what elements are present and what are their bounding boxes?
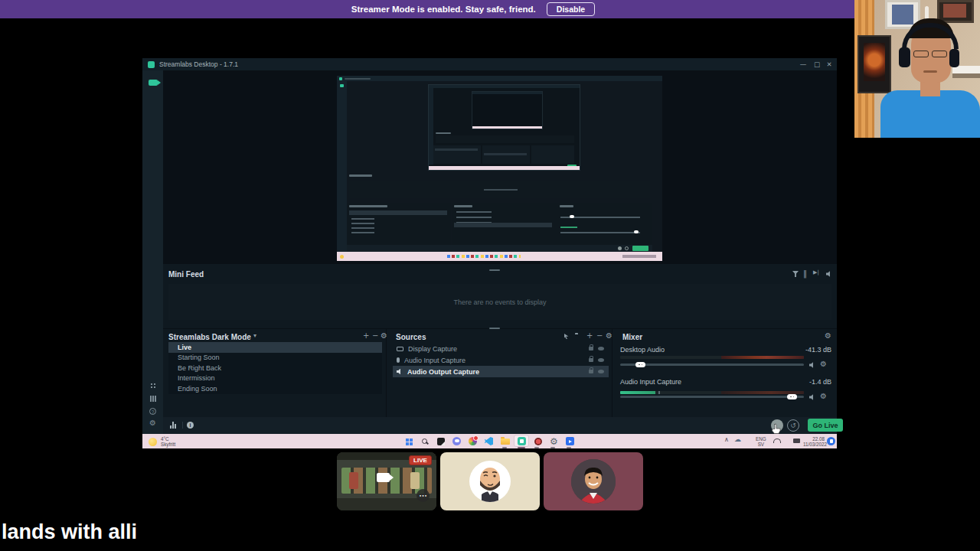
task-view-button[interactable] xyxy=(435,435,446,447)
start-button[interactable] xyxy=(403,435,414,447)
pv-minifeed-label xyxy=(349,174,372,177)
mute-events-icon[interactable] xyxy=(826,271,832,277)
stream-stage: Streamer Mode is enabled. Stay safe, fri… xyxy=(0,0,980,551)
pv-empty-smudge xyxy=(484,189,518,191)
eye-icon[interactable] xyxy=(598,358,604,362)
browser-button[interactable] xyxy=(467,435,479,447)
go-live-button[interactable]: Go Live xyxy=(808,419,843,432)
thumbnail-menu-button[interactable]: ••• xyxy=(416,489,430,502)
pause-icon[interactable]: ‖ xyxy=(803,270,807,278)
media-play-icon xyxy=(566,437,574,445)
footer-bar: i ↺ Go Live xyxy=(163,417,837,434)
thumbnail-photo-participant[interactable] xyxy=(544,452,643,510)
skip-to-latest-icon[interactable]: ▶| xyxy=(813,270,819,276)
chevron-down-icon[interactable]: ▾ xyxy=(253,333,256,339)
notification-center-icon[interactable] xyxy=(827,437,835,445)
performance-chart-icon[interactable] xyxy=(170,422,176,429)
search-button[interactable] xyxy=(419,435,430,447)
slider-handle[interactable] xyxy=(787,394,797,399)
volume-slider[interactable] xyxy=(620,396,804,398)
info-icon[interactable]: i xyxy=(187,422,194,429)
remove-source-icon[interactable]: − xyxy=(596,332,603,340)
red-app-button[interactable] xyxy=(532,435,544,447)
weather-widget[interactable]: 4°C Skyfritt xyxy=(149,436,175,447)
sidebar-item-themes[interactable] xyxy=(142,383,163,389)
scene-row[interactable]: Starting Soon xyxy=(168,353,382,364)
scene-row[interactable]: Intermission xyxy=(168,373,382,384)
channel-gear-icon[interactable]: ⚙ xyxy=(820,360,827,368)
source-row-display-capture[interactable]: Display Capture xyxy=(393,343,609,354)
source-row-audio-input[interactable]: Audio Input Capture xyxy=(393,354,609,366)
source-properties-gear-icon[interactable]: ⚙ xyxy=(606,332,612,340)
speaker-icon xyxy=(397,369,403,375)
sidebar-item-help[interactable]: ? xyxy=(142,408,163,415)
mixer-settings-gear-icon[interactable]: ⚙ xyxy=(825,332,831,340)
weather-temp: 4°C xyxy=(161,436,169,442)
settings-button[interactable]: ⚙ xyxy=(548,435,560,447)
windows-taskbar: 4°C Skyfritt ⚙ ∧ ☁ ENGSV xyxy=(142,434,837,448)
eye-icon[interactable] xyxy=(598,347,604,350)
gear-icon: ⚙ xyxy=(149,419,156,427)
maximize-button[interactable]: □ xyxy=(811,58,823,70)
slider-handle[interactable] xyxy=(635,362,645,367)
scene-list: Live Starting Soon Be Right Back Intermi… xyxy=(168,342,382,394)
source-row-audio-output[interactable]: Audio Output Capture xyxy=(393,366,609,377)
channel-mute-speaker-icon[interactable] xyxy=(809,394,815,400)
add-source-icon[interactable]: + xyxy=(586,332,593,340)
webcam-feed xyxy=(854,0,980,138)
glasses xyxy=(932,51,947,57)
language-indicator[interactable]: ENGSV xyxy=(756,436,766,447)
streamlabs-app-icon xyxy=(148,61,155,68)
lock-icon[interactable] xyxy=(589,370,593,373)
window-titlebar[interactable]: Streamlabs Desktop - 1.7.1 xyxy=(142,58,837,70)
chat-icon xyxy=(452,437,461,445)
splitter-handle[interactable] xyxy=(489,269,500,271)
lang-line1: ENG xyxy=(756,436,766,442)
scene-row-live[interactable]: Live xyxy=(168,342,382,353)
picture-frame xyxy=(858,35,891,93)
editor-canvas[interactable] xyxy=(163,70,837,264)
pv-tray-smudge xyxy=(622,255,656,258)
pv-weather xyxy=(340,255,344,259)
clock-widget[interactable]: 22.0811/03/2022 xyxy=(803,436,825,447)
windows-icon xyxy=(406,439,409,442)
display-capture-preview[interactable] xyxy=(337,76,662,261)
lock-icon[interactable] xyxy=(589,358,593,362)
add-scene-icon[interactable]: + xyxy=(363,332,369,340)
sidebar-item-editor[interactable] xyxy=(142,75,163,86)
sidebar-item-settings[interactable]: ⚙ xyxy=(142,419,163,427)
onedrive-cloud-icon[interactable]: ☁ xyxy=(734,436,741,443)
wifi-icon[interactable] xyxy=(773,439,781,443)
thumbnail-screenshare[interactable]: LIVE ••• xyxy=(337,452,436,510)
mini-feed-empty-box: There are no events to display xyxy=(168,284,831,320)
eye-icon[interactable] xyxy=(598,370,604,373)
thumbnail-avatar-participant[interactable] xyxy=(440,452,540,510)
volume-slider[interactable] xyxy=(620,364,804,366)
glasses xyxy=(913,51,929,57)
replay-buffer-button[interactable]: ↺ xyxy=(787,419,799,432)
source-label: Audio Output Capture xyxy=(407,368,479,376)
tray-camera-icon[interactable] xyxy=(793,439,800,443)
scene-row[interactable]: Ending Soon xyxy=(168,383,382,394)
running-indicator xyxy=(567,447,571,448)
source-row-actions xyxy=(589,347,609,350)
scene-row[interactable]: Be Right Back xyxy=(168,363,382,373)
disable-streamer-mode-button[interactable]: Disable xyxy=(547,2,595,16)
minimize-button[interactable]: — xyxy=(797,58,809,70)
remove-scene-icon[interactable]: − xyxy=(372,332,378,340)
pv2-panel xyxy=(433,145,481,164)
channel-gear-icon[interactable]: ⚙ xyxy=(820,393,827,400)
chat-button[interactable] xyxy=(451,435,462,447)
pick-source-icon[interactable] xyxy=(564,334,571,339)
file-explorer-button[interactable] xyxy=(499,435,511,447)
media-player-button[interactable] xyxy=(564,435,576,447)
filter-icon[interactable] xyxy=(792,271,799,277)
close-button[interactable]: ✕ xyxy=(823,58,835,70)
streamlabs-taskbar-button[interactable] xyxy=(514,435,529,447)
sidebar-item-app-store[interactable] xyxy=(142,396,163,402)
vscode-button[interactable] xyxy=(483,435,495,447)
channel-mute-speaker-icon[interactable] xyxy=(809,362,815,368)
tray-chevron-up-icon[interactable]: ∧ xyxy=(724,437,729,443)
lock-icon[interactable] xyxy=(589,347,593,350)
pv2-preview xyxy=(428,84,580,171)
